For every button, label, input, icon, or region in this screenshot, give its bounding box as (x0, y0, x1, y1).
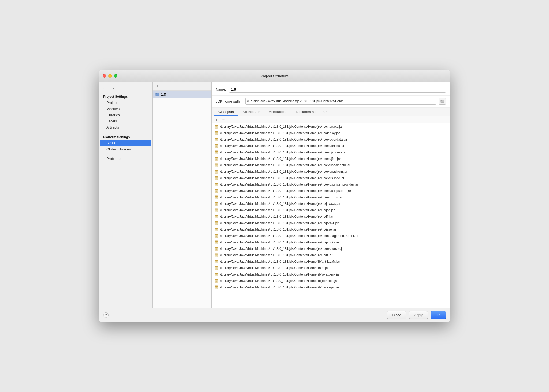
classpath-list-item[interactable]: /Library/Java/JavaVirtualMachines/jdk1.8… (212, 239, 450, 246)
classpath-list-item[interactable]: /Library/Java/JavaVirtualMachines/jdk1.8… (212, 284, 450, 291)
forward-button[interactable]: → (110, 85, 116, 91)
classpath-list-item[interactable]: /Library/Java/JavaVirtualMachines/jdk1.8… (212, 130, 450, 136)
svg-rect-121 (215, 273, 218, 274)
classpath-list-item[interactable]: /Library/Java/JavaVirtualMachines/jdk1.8… (212, 258, 450, 265)
jdk-label: JDK home path: (216, 99, 243, 103)
ok-button[interactable]: OK (431, 311, 446, 319)
close-button[interactable]: Close (387, 311, 406, 319)
classpath-list-item[interactable]: /Library/Java/JavaVirtualMachines/jdk1.8… (212, 201, 450, 207)
sdk-list: 1.8 (153, 91, 211, 308)
classpath-list-item[interactable]: /Library/Java/JavaVirtualMachines/jdk1.8… (212, 271, 450, 278)
classpath-item-path: /Library/Java/JavaVirtualMachines/jdk1.8… (220, 266, 329, 270)
tab-sourcepath[interactable]: Sourcepath (238, 108, 265, 116)
jdk-path-input[interactable] (245, 98, 436, 105)
classpath-item-path: /Library/Java/JavaVirtualMachines/jdk1.8… (220, 233, 358, 238)
svg-rect-106 (215, 254, 218, 255)
jar-icon (214, 279, 218, 283)
svg-rect-4 (441, 100, 442, 101)
classpath-list-item[interactable]: /Library/Java/JavaVirtualMachines/jdk1.8… (212, 175, 450, 181)
tab-annotations[interactable]: Annotations (265, 108, 292, 116)
back-button[interactable]: ← (102, 85, 108, 91)
jar-icon (214, 169, 218, 174)
help-button[interactable]: ? (103, 312, 109, 318)
classpath-list-item[interactable]: /Library/Java/JavaVirtualMachines/jdk1.8… (212, 156, 450, 162)
sdk-folder-icon (155, 92, 159, 96)
add-sdk-button[interactable]: + (154, 83, 161, 89)
svg-rect-6 (215, 125, 218, 126)
classpath-list-item[interactable]: /Library/Java/JavaVirtualMachines/jdk1.8… (212, 278, 450, 284)
tabs-bar: Classpath Sourcepath Annotations Documen… (212, 108, 450, 116)
panel-row: + − 1.8 (153, 82, 450, 308)
add-classpath-button[interactable]: + (214, 117, 220, 122)
classpath-list-item[interactable]: /Library/Java/JavaVirtualMachines/jdk1.8… (212, 194, 450, 201)
sidebar-item-project[interactable]: Project (99, 100, 152, 106)
name-input[interactable] (229, 86, 446, 93)
classpath-list-item[interactable]: /Library/Java/JavaVirtualMachines/jdk1.8… (212, 188, 450, 194)
sidebar-item-problems[interactable]: Problems (99, 156, 152, 162)
jar-icon (214, 247, 218, 251)
sidebar-item-artifacts[interactable]: Artifacts (99, 124, 152, 130)
jar-icon (214, 163, 218, 167)
svg-rect-16 (215, 138, 218, 139)
classpath-list-item[interactable]: /Library/Java/JavaVirtualMachines/jdk1.8… (212, 143, 450, 149)
classpath-list-item[interactable]: /Library/Java/JavaVirtualMachines/jdk1.8… (212, 220, 450, 226)
classpath-list-item[interactable]: /Library/Java/JavaVirtualMachines/jdk1.8… (212, 213, 450, 220)
classpath-item-path: /Library/Java/JavaVirtualMachines/jdk1.8… (220, 246, 345, 251)
sidebar: ← → Project Settings Project Modules Lib… (99, 82, 153, 308)
jar-icon (214, 131, 218, 135)
maximize-window-button[interactable] (114, 74, 117, 78)
classpath-item-path: /Library/Java/JavaVirtualMachines/jdk1.8… (220, 189, 351, 193)
classpath-list-item[interactable]: /Library/Java/JavaVirtualMachines/jdk1.8… (212, 123, 450, 130)
name-row: Name: (212, 82, 450, 96)
classpath-list-item[interactable]: /Library/Java/JavaVirtualMachines/jdk1.8… (212, 246, 450, 252)
sdk-list-item[interactable]: 1.8 (153, 91, 211, 98)
classpath-list-item[interactable]: /Library/Java/JavaVirtualMachines/jdk1.8… (212, 265, 450, 271)
svg-rect-131 (215, 286, 218, 287)
classpath-list-item[interactable]: /Library/Java/JavaVirtualMachines/jdk1.8… (212, 233, 450, 239)
classpath-list-item[interactable]: /Library/Java/JavaVirtualMachines/jdk1.8… (212, 162, 450, 168)
sidebar-item-libraries[interactable]: Libraries (99, 112, 152, 118)
traffic-lights (103, 74, 117, 78)
classpath-item-path: /Library/Java/JavaVirtualMachines/jdk1.8… (220, 272, 340, 277)
classpath-list-item[interactable]: /Library/Java/JavaVirtualMachines/jdk1.8… (212, 181, 450, 188)
svg-rect-86 (215, 228, 218, 229)
remove-sdk-button[interactable]: − (161, 83, 167, 89)
minimize-window-button[interactable] (108, 74, 112, 78)
classpath-list-item[interactable]: /Library/Java/JavaVirtualMachines/jdk1.8… (212, 149, 450, 156)
svg-rect-36 (215, 164, 218, 165)
jar-icon (214, 240, 218, 244)
classpath-list-item[interactable]: /Library/Java/JavaVirtualMachines/jdk1.8… (212, 136, 450, 143)
classpath-list-item[interactable]: /Library/Java/JavaVirtualMachines/jdk1.8… (212, 252, 450, 258)
apply-button[interactable]: Apply (409, 311, 428, 319)
browse-button[interactable] (439, 98, 446, 105)
classpath-item-path: /Library/Java/JavaVirtualMachines/jdk1.8… (220, 240, 339, 245)
close-window-button[interactable] (103, 74, 106, 78)
remove-classpath-button[interactable]: − (221, 117, 227, 122)
jar-icon (214, 157, 218, 161)
jar-icon (214, 202, 218, 206)
platform-settings-header: Platform Settings (99, 134, 152, 140)
tab-documentation-paths[interactable]: Documentation Paths (292, 108, 333, 116)
classpath-list-item[interactable]: /Library/Java/JavaVirtualMachines/jdk1.8… (212, 226, 450, 233)
bottom-actions: Close Apply OK (387, 311, 446, 319)
classpath-item-path: /Library/Java/JavaVirtualMachines/jdk1.8… (220, 227, 336, 232)
sidebar-item-sdks[interactable]: SDKs (100, 140, 151, 146)
sidebar-item-modules[interactable]: Modules (99, 106, 152, 112)
jar-icon (214, 221, 218, 225)
svg-rect-61 (215, 196, 218, 197)
sdk-list-panel: + − 1.8 (153, 82, 212, 308)
main-content: ← → Project Settings Project Modules Lib… (99, 82, 450, 308)
bottom-bar: ? Close Apply OK (99, 308, 450, 322)
jar-icon (214, 176, 218, 180)
svg-rect-51 (215, 183, 218, 184)
svg-rect-11 (215, 131, 218, 133)
classpath-list-item[interactable]: /Library/Java/JavaVirtualMachines/jdk1.8… (212, 168, 450, 175)
tab-classpath[interactable]: Classpath (214, 108, 238, 116)
svg-rect-21 (215, 144, 218, 145)
sidebar-item-global-libraries[interactable]: Global Libraries (99, 146, 152, 152)
jar-icon (214, 125, 218, 129)
sidebar-item-facets[interactable]: Facets (99, 118, 152, 124)
classpath-list-item[interactable]: /Library/Java/JavaVirtualMachines/jdk1.8… (212, 207, 450, 213)
svg-rect-56 (215, 189, 218, 190)
svg-rect-41 (215, 170, 218, 171)
